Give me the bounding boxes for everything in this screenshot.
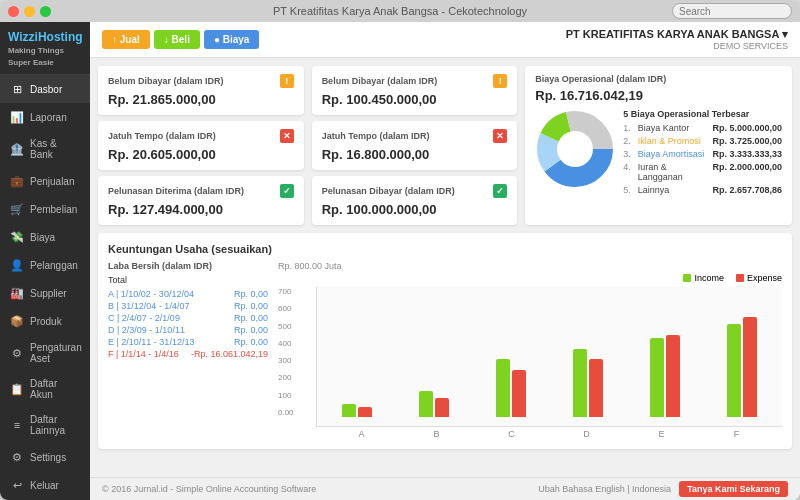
laba-item-b: B | 31/12/04 - 1/4/07 Rp. 0,00 [108, 301, 268, 311]
sidebar-nav: ⊞ Dasbor 📊 Laporan 🏦 Kas & Bank 💼 Penjua… [0, 75, 90, 500]
sidebar-item-daftar-akun[interactable]: 📋 Daftar Akun [0, 371, 90, 407]
expense-bar-b [435, 398, 449, 417]
close-button[interactable] [8, 6, 19, 17]
biaya-title: Biaya Operasional (dalam IDR) [535, 74, 782, 84]
laba-item-f: F | 1/1/14 - 1/4/16 -Rp. 16.061.042,19 [108, 349, 268, 359]
window-title: PT Kreatifitas Karya Anak Bangsa - Cekot… [273, 5, 527, 17]
card-title: Belum Dibayar (dalam IDR) [108, 76, 224, 86]
biaya-item-3: 3. Biaya Amortisasi Rp. 3.333.333,33 [623, 149, 782, 159]
card-value: Rp. 21.865.000,00 [108, 92, 294, 107]
settings-icon: ⚙ [10, 450, 24, 464]
card-value: Rp. 16.800.000,00 [322, 147, 508, 162]
sidebar-item-dasbor[interactable]: ⊞ Dasbor [0, 75, 90, 103]
laba-item-c: C | 2/4/07 - 2/1/09 Rp. 0,00 [108, 313, 268, 323]
income-label: Income [694, 273, 724, 283]
footer-copyright: © 2016 Jurnal.id - Simple Online Account… [102, 484, 316, 494]
right-cards: Belum Dibayar (dalam IDR) ! Rp. 100.450.… [312, 66, 518, 225]
footer-lang[interactable]: Ubah Bahasa English | Indonesia [538, 484, 671, 494]
belum-dibayar-right-card: Belum Dibayar (dalam IDR) ! Rp. 100.450.… [312, 66, 518, 115]
produk-icon: 📦 [10, 314, 24, 328]
dashboard: Belum Dibayar (dalam IDR) ! Rp. 21.865.0… [90, 58, 800, 477]
biaya-value: Rp. 16.716.042,19 [535, 88, 782, 103]
sidebar-item-settings[interactable]: ⚙ Settings [0, 443, 90, 471]
biaya-button[interactable]: ● Biaya [204, 30, 260, 49]
bars-container [317, 287, 782, 417]
sidebar-item-kas-bank[interactable]: 🏦 Kas & Bank [0, 131, 90, 167]
donut-chart [535, 109, 615, 189]
jual-button[interactable]: ↑ Jual [102, 30, 150, 49]
top-section: Belum Dibayar (dalam IDR) ! Rp. 21.865.0… [98, 66, 792, 225]
jatuh-tempo-right-card: Jatuh Tempo (dalam IDR) ✕ Rp. 16.800.000… [312, 121, 518, 170]
sidebar-item-produk[interactable]: 📦 Produk [0, 307, 90, 335]
keluar-icon: ↩ [10, 478, 24, 492]
biaya-item-4: 4. Iuran & Langganan Rp. 2.000.000,00 [623, 162, 782, 182]
aset-icon: ⚙ [10, 346, 24, 360]
card-header: Belum Dibayar (dalam IDR) ! [108, 74, 294, 88]
daftar-lainnya-icon: ≡ [10, 418, 24, 432]
income-bar-e [650, 338, 664, 417]
sidebar-label-laporan: Laporan [30, 112, 67, 123]
sidebar-item-biaya[interactable]: 💸 Biaya [0, 223, 90, 251]
belum-dibayar-left-card: Belum Dibayar (dalam IDR) ! Rp. 21.865.0… [98, 66, 304, 115]
keuntungan-section: Keuntungan Usaha (sesuaikan) Laba Bersih… [98, 233, 792, 449]
minimize-button[interactable] [24, 6, 35, 17]
bar-group-d [573, 349, 603, 417]
company-name: PT KREATIFITAS KARYA ANAK BANGSA ▾ [566, 28, 788, 41]
card-badge: ✓ [493, 184, 507, 198]
sidebar-item-pembelian[interactable]: 🛒 Pembelian [0, 195, 90, 223]
sidebar-label-dasbor: Dasbor [30, 84, 62, 95]
sidebar-label-produk: Produk [30, 316, 62, 327]
income-bar-a [342, 404, 356, 417]
sidebar-item-aset[interactable]: ⚙ Pengaturan Aset [0, 335, 90, 371]
biaya-item-5: 5. Lainnya Rp. 2.657.708,86 [623, 185, 782, 195]
supplier-icon: 🏭 [10, 286, 24, 300]
card-title: Pelunasan Dibayar (dalam IDR) [322, 186, 455, 196]
sidebar-label-pembelian: Pembelian [30, 204, 77, 215]
jatuh-tempo-left-card: Jatuh Tempo (dalam IDR) ✕ Rp. 20.605.000… [98, 121, 304, 170]
company-sub: DEMO SERVICES [566, 41, 788, 51]
sidebar-item-keluar[interactable]: ↩ Keluar [0, 471, 90, 499]
svg-point-4 [560, 134, 590, 164]
card-title: Jatuh Tempo (dalam IDR) [108, 131, 216, 141]
search-container [672, 3, 792, 19]
pembelian-icon: 🛒 [10, 202, 24, 216]
sidebar-item-supplier[interactable]: 🏭 Supplier [0, 279, 90, 307]
tanya-button[interactable]: Tanya Kami Sekarang [679, 481, 788, 497]
sidebar-item-daftar-lainnya[interactable]: ≡ Daftar Lainnya [0, 407, 90, 443]
sidebar-item-pelanggan[interactable]: 👤 Pelanggan [0, 251, 90, 279]
maximize-button[interactable] [40, 6, 51, 17]
keuntungan-content: Laba Bersih (dalam IDR) Total A | 1/10/0… [108, 261, 782, 439]
income-bar-d [573, 349, 587, 417]
sidebar-label-penjualan: Penjualan [30, 176, 74, 187]
sidebar-item-penjualan[interactable]: 💼 Penjualan [0, 167, 90, 195]
x-axis: A B C D E F [316, 429, 782, 439]
keuntungan-title: Keuntungan Usaha (sesuaikan) [108, 243, 782, 255]
biaya-list-title: 5 Biaya Operasional Terbesar [623, 109, 782, 119]
bar-group-f [727, 317, 757, 417]
income-dot [683, 274, 691, 282]
expense-bar-a [358, 407, 372, 417]
income-bar-b [419, 391, 433, 417]
pelanggan-icon: 👤 [10, 258, 24, 272]
expense-bar-d [589, 359, 603, 417]
sidebar-item-laporan[interactable]: 📊 Laporan [0, 103, 90, 131]
laba-table: Laba Bersih (dalam IDR) Total A | 1/10/0… [108, 261, 268, 439]
app-footer: © 2016 Jurnal.id - Simple Online Account… [90, 477, 800, 500]
biaya-item-1: 1. Biaya Kantor Rp. 5.000.000,00 [623, 123, 782, 133]
biaya-list: 5 Biaya Operasional Terbesar 1. Biaya Ka… [623, 109, 782, 198]
card-badge: ✕ [493, 129, 507, 143]
logo-text: WizziHosting Making Things Super Easie [8, 30, 82, 68]
beli-button[interactable]: ↓ Beli [154, 30, 200, 49]
sidebar-label-kas: Kas & Bank [30, 138, 80, 160]
card-value: Rp. 20.605.000,00 [108, 147, 294, 162]
card-title: Jatuh Tempo (dalam IDR) [322, 131, 430, 141]
chart-wrapper: 700 600 500 400 300 200 100 0.00 [278, 287, 782, 439]
search-input[interactable] [672, 3, 792, 19]
card-badge: ✓ [280, 184, 294, 198]
main-content: ↑ Jual ↓ Beli ● Biaya PT KREATIFITAS KAR… [90, 22, 800, 500]
income-bar-f [727, 324, 741, 417]
biaya-icon: 💸 [10, 230, 24, 244]
card-header: Pelunasan Diterima (dalam IDR) ✓ [108, 184, 294, 198]
laba-total: Total [108, 275, 268, 285]
sidebar-label-pelanggan: Pelanggan [30, 260, 78, 271]
